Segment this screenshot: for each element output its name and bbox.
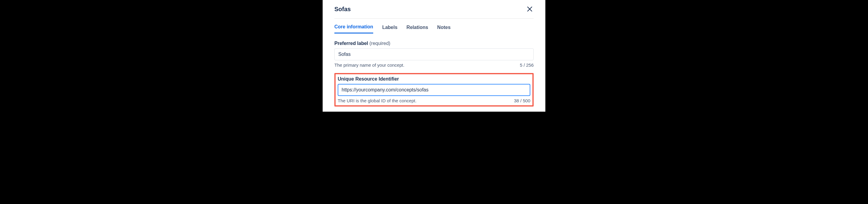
close-button[interactable] xyxy=(526,5,534,13)
tab-relations[interactable]: Relations xyxy=(407,24,428,33)
uri-highlight-box: Unique Resource Identifier The URI is th… xyxy=(334,73,534,106)
preferred-label-label: Preferred label xyxy=(334,41,368,46)
tabs-row: Core information Labels Relations Notes xyxy=(334,24,534,33)
tab-labels[interactable]: Labels xyxy=(382,24,398,33)
required-indicator: (required) xyxy=(370,41,390,46)
uri-count: 38 / 500 xyxy=(514,98,530,103)
uri-label: Unique Resource Identifier xyxy=(338,76,399,82)
preferred-label-input[interactable] xyxy=(334,48,534,60)
concept-edit-panel: Sofas Core information Labels Relations … xyxy=(323,0,545,112)
panel-header: Sofas xyxy=(334,5,534,19)
close-icon xyxy=(527,6,532,12)
tab-notes[interactable]: Notes xyxy=(437,24,451,33)
preferred-label-helper: The primary name of your concept. xyxy=(334,62,404,68)
preferred-label-helper-row: The primary name of your concept. 5 / 25… xyxy=(334,62,534,68)
uri-helper-row: The URI is the global ID of the concept.… xyxy=(338,98,530,103)
uri-helper: The URI is the global ID of the concept. xyxy=(338,98,416,103)
tab-core-information[interactable]: Core information xyxy=(334,24,373,33)
panel-title: Sofas xyxy=(334,6,351,13)
preferred-label-count: 5 / 256 xyxy=(520,62,534,68)
uri-input[interactable] xyxy=(338,84,530,96)
preferred-label-section: Preferred label (required) The primary n… xyxy=(334,41,534,68)
